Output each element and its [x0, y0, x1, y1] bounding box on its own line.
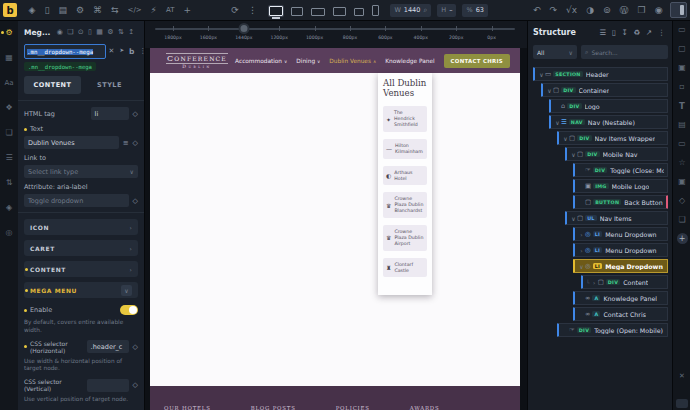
tab-style[interactable]: STYLE	[81, 76, 138, 94]
tree-row[interactable]: ▢BUTTONBack Button	[573, 195, 668, 209]
element-template-icon[interactable]: ❏	[673, 210, 690, 229]
tree-row[interactable]: ▣IMGMobile Logo	[573, 179, 668, 193]
css-class-input[interactable]: .mn__dropdown--mega	[24, 44, 106, 59]
device-laptop[interactable]	[311, 8, 325, 16]
palette-icon[interactable]: ◑	[582, 0, 599, 20]
globe-icon[interactable]: ⊚	[599, 0, 616, 20]
clipboard-icon[interactable]: ▯	[609, 28, 619, 37]
gear-icon[interactable]: ⚙	[71, 0, 88, 20]
element-icon-icon[interactable]: ☆	[673, 153, 690, 172]
accordion-icon[interactable]: ICON›	[24, 219, 138, 235]
notification-badge[interactable]	[676, 399, 688, 408]
gear-icon[interactable]: ⚙	[105, 28, 116, 36]
venue-card[interactable]: ◐Arthaus Hotel	[383, 166, 427, 186]
structure-filter-select[interactable]: All ∨	[533, 45, 577, 59]
dynamic-data-icon[interactable]: ◇	[129, 110, 138, 118]
tree-row[interactable]: ∨▢ULNav Items	[565, 211, 668, 225]
redo-icon[interactable]: ↷	[545, 0, 562, 20]
swatches-icon[interactable]: ❖	[0, 95, 18, 120]
contact-cta-button[interactable]: CONTACT CHRIS	[444, 54, 510, 68]
height-field[interactable]: H –	[437, 4, 456, 17]
bricks-logo[interactable]: b	[3, 3, 17, 17]
arrange-icon[interactable]: ⇆	[106, 0, 123, 20]
more-icon[interactable]: ⋮	[655, 28, 668, 37]
folder-icon[interactable]: ▤	[54, 0, 72, 20]
element-button-icon[interactable]: ▭	[673, 134, 690, 153]
device-mobile[interactable]	[372, 5, 379, 16]
element-code-icon[interactable]: ◇	[673, 191, 690, 210]
tree-row[interactable]: ∨▢DIVNav Items Wrapper	[557, 131, 668, 145]
text-input[interactable]: Dublin Venues	[24, 136, 119, 149]
accordion-caret[interactable]: CARET›	[24, 240, 138, 256]
clear-icon[interactable]: ✕	[106, 47, 117, 56]
refresh-icon[interactable]: ⟳	[227, 0, 244, 20]
element-div-icon[interactable]: ▫	[673, 77, 690, 96]
tree-row[interactable]: ∨▢DIVMobile Nav	[565, 147, 668, 161]
preview-eye-icon[interactable]: ◉	[650, 0, 667, 20]
import-icon[interactable]: ↧	[619, 28, 631, 37]
list-view-icon[interactable]: ☰	[597, 28, 609, 37]
components-icon[interactable]: ❏	[0, 120, 18, 145]
wordpress-icon[interactable]: Ⓦ	[615, 0, 633, 20]
undo-icon[interactable]: ↶	[529, 0, 546, 20]
tree-row[interactable]: ∨◎LIMega Dropdown	[573, 259, 668, 273]
anchor-icon[interactable]: ⊙	[76, 28, 86, 36]
command-icon[interactable]: ⌘	[88, 0, 106, 20]
tree-row[interactable]: ›◎LIMenu Dropdown	[573, 227, 668, 241]
structure-panel-toggle[interactable]	[670, 2, 687, 18]
class-pill[interactable]: .mn__dropdown--mega	[24, 62, 96, 71]
structure-search-input[interactable]: ⌕ Search...	[581, 45, 668, 59]
grid-icon[interactable]: ▦	[94, 28, 105, 36]
tree-row[interactable]: ›◎LIMenu Dropdown	[573, 243, 668, 257]
chevron-down-icon[interactable]: ∨	[570, 151, 577, 158]
nav-item-dublin-venues[interactable]: Dublin Venues∧	[329, 58, 376, 64]
tree-row[interactable]: ∨▭SECTIONHeader	[533, 67, 668, 81]
enable-toggle[interactable]	[120, 305, 138, 315]
expand-icon[interactable]: ↗	[643, 28, 655, 37]
venue-card[interactable]: ✦The Hendrick Smithfield	[383, 106, 427, 132]
venue-card[interactable]: ♛Crowne Plaza Dublin Airport	[383, 225, 427, 251]
element-container-icon[interactable]: ▢	[673, 39, 690, 58]
chevron-down-icon[interactable]: ∨	[562, 135, 569, 142]
css-selector-horizontal-input[interactable]: .header_c	[87, 340, 129, 353]
element-image-icon[interactable]: ▣	[673, 172, 690, 191]
at-icon[interactable]: AT	[161, 0, 179, 20]
chevron-down-icon[interactable]: ∨	[554, 119, 561, 126]
aria-input[interactable]: Toggle dropdown	[24, 194, 129, 207]
venue-card[interactable]: ♜Clontarf Castle	[383, 258, 427, 278]
element-text-icon[interactable]: ▤	[673, 115, 690, 134]
tree-row[interactable]: ⌂DIVLogo	[549, 99, 668, 113]
device-icon[interactable]: ▯	[86, 28, 94, 36]
publish-icon[interactable]: ↥	[126, 28, 136, 36]
device-desktop[interactable]	[291, 7, 303, 16]
chevron-down-icon[interactable]: ∨	[570, 215, 577, 222]
add-icon[interactable]: +	[179, 0, 196, 20]
element-add-icon[interactable]: +	[673, 229, 690, 248]
nav-item-accommodation[interactable]: Accommodation∨	[235, 58, 287, 64]
breakpoint-handle[interactable]	[238, 23, 249, 34]
tree-row[interactable]: ∨▢DIVContainer	[541, 83, 668, 97]
eye-icon[interactable]: ◉	[54, 28, 64, 36]
chevron-down-icon[interactable]: ∨	[538, 71, 545, 78]
device-tablet-landscape[interactable]	[333, 7, 346, 16]
tree-row[interactable]: ∞AContact Chris	[573, 307, 668, 321]
typography-icon[interactable]: Aa	[0, 70, 18, 95]
site-preview[interactable]: Conference Dublin Accommodation∨Dining∨D…	[150, 48, 520, 410]
nav-item-knowledge-panel[interactable]: Knowledge Panel	[385, 58, 434, 64]
shield-icon[interactable]: ◈	[0, 195, 18, 220]
device-tablet[interactable]	[354, 8, 364, 16]
layout-icon[interactable]: ▦	[0, 45, 18, 70]
site-logo[interactable]: Conference Dublin	[166, 53, 228, 69]
trash-icon[interactable]: ♻	[631, 28, 643, 37]
tree-row[interactable]: ∨☰NAVNav (Nestable)	[549, 115, 668, 129]
chevron-down-icon[interactable]: ∨	[546, 87, 553, 94]
tab-content[interactable]: CONTENT	[24, 76, 81, 94]
device-desktop-xl[interactable]	[269, 6, 283, 16]
width-field[interactable]: W 1440 ⌕	[390, 4, 431, 17]
picker-icon[interactable]: ➤	[117, 47, 127, 56]
element-block-icon[interactable]: ▣	[673, 58, 690, 77]
venue-card[interactable]: ♛Crowne Plaza Dublin Blanchardst	[383, 192, 427, 218]
accordion-content[interactable]: CONTENT›	[24, 261, 138, 277]
html-tag-input[interactable]: li	[91, 107, 129, 120]
tree-row[interactable]: ∞AKnowledge Panel	[573, 291, 668, 305]
